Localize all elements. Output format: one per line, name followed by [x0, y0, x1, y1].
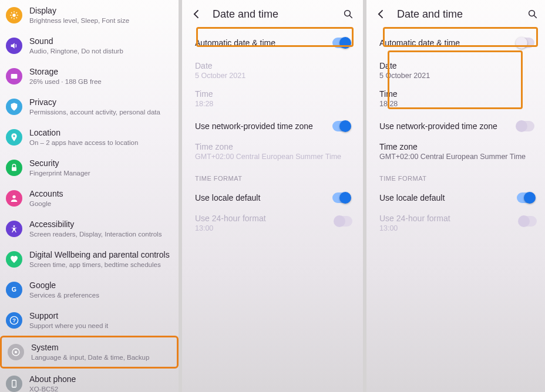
- settings-item-privacy[interactable]: PrivacyPermissions, account activity, pe…: [0, 92, 179, 122]
- settings-item-location[interactable]: LocationOn – 2 apps have access to locat…: [0, 122, 179, 153]
- settings-item-storage[interactable]: Storage26% used · 188 GB free: [0, 61, 179, 92]
- row-time-disabled: Time 18:28: [182, 86, 363, 114]
- row-locale-default[interactable]: Use locale default: [366, 185, 545, 210]
- auto-date-time-label: Automatic date & time: [379, 38, 517, 48]
- screen-title: Date and time: [213, 8, 342, 21]
- settings-item-title: Storage: [29, 66, 170, 77]
- row-time[interactable]: Time 18:28: [366, 86, 545, 114]
- settings-item-text: AccessibilityScreen readers, Display, In…: [29, 219, 170, 239]
- settings-item-title: Digital Wellbeing and parental controls: [29, 249, 170, 260]
- settings-item-title: System: [31, 342, 169, 353]
- settings-item-text: Storage26% used · 188 GB free: [29, 66, 170, 86]
- date-label: Date: [195, 61, 350, 70]
- svg-point-21: [345, 11, 351, 16]
- search-icon[interactable]: [526, 8, 539, 21]
- person-icon: [6, 190, 22, 207]
- svg-line-8: [16, 12, 17, 13]
- row-auto-date-time[interactable]: Automatic date & time: [371, 31, 543, 55]
- time-label: Time: [195, 89, 350, 99]
- back-icon[interactable]: [375, 8, 388, 21]
- settings-item-text: SecurityFingerprint Manager: [29, 158, 170, 178]
- svg-rect-11: [12, 167, 16, 171]
- settings-item-subtitle: Services & preferences: [29, 291, 170, 300]
- toggle-locale-default[interactable]: [517, 192, 534, 203]
- toggle-network-timezone[interactable]: [517, 121, 534, 131]
- a11y-icon: [6, 221, 22, 237]
- timezone-label: Time zone: [195, 142, 350, 151]
- row-date-disabled: Date 5 October 2021: [182, 58, 363, 86]
- settings-item-google[interactable]: GGoogleServices & preferences: [0, 275, 179, 305]
- appbar: Date and time: [366, 0, 545, 28]
- svg-point-13: [14, 225, 15, 227]
- timezone-label: Time zone: [379, 142, 534, 151]
- settings-item-text: About phoneXQ-BC52: [29, 374, 170, 392]
- row-use24-disabled: Use 24-hour format 13:00: [366, 210, 545, 238]
- svg-point-22: [529, 11, 535, 16]
- settings-item-text: DisplayBrightness level, Sleep, Font siz…: [29, 5, 170, 25]
- svg-line-5: [11, 12, 12, 13]
- use24-value: 13:00: [195, 224, 350, 232]
- screen-title: Date and time: [397, 8, 526, 21]
- appbar: Date and time: [182, 0, 363, 28]
- volume-icon: [6, 38, 22, 54]
- network-timezone-label: Use network-provided time zone: [379, 121, 517, 131]
- svg-line-7: [11, 18, 12, 18]
- row-use24-disabled: Use 24-hour format 13:00: [182, 210, 363, 238]
- toggle-auto-date-time[interactable]: [332, 38, 350, 48]
- shield-icon: [6, 99, 22, 115]
- settings-item-text: GoogleServices & preferences: [29, 280, 170, 300]
- lock-icon: [6, 160, 22, 176]
- settings-item-system[interactable]: SystemLanguage & input, Date & time, Bac…: [0, 336, 179, 369]
- settings-item-a11y[interactable]: AccessibilityScreen readers, Display, In…: [0, 214, 179, 244]
- settings-item-subtitle: On – 2 apps have access to location: [29, 138, 170, 147]
- settings-item-text: SoundAudio, Ringtone, Do not disturb: [29, 36, 170, 56]
- auto-date-time-label: Automatic date & time: [195, 38, 332, 48]
- row-timezone-disabled: Time zone GMT+02:00 Central European Sum…: [182, 138, 363, 167]
- toggle-locale-default[interactable]: [332, 192, 350, 203]
- toggle-auto-date-time[interactable]: [517, 38, 534, 48]
- settings-item-title: Sound: [29, 36, 170, 46]
- sun-icon: [6, 7, 22, 23]
- settings-item-sound[interactable]: SoundAudio, Ringtone, Do not disturb: [0, 31, 179, 61]
- back-icon[interactable]: [190, 8, 203, 21]
- settings-item-subtitle: Screen readers, Display, Interaction con…: [29, 230, 170, 239]
- heart-icon: [6, 251, 22, 268]
- use24-label: Use 24-hour format: [379, 214, 534, 223]
- settings-item-subtitle: 26% used · 188 GB free: [29, 77, 170, 86]
- row-network-timezone[interactable]: Use network-provided time zone: [182, 114, 363, 138]
- section-time-format: TIME FORMAT: [182, 167, 363, 185]
- settings-item-title: Location: [29, 127, 170, 138]
- toggle-use24-disabled: [519, 216, 537, 227]
- settings-item-security[interactable]: SecurityFingerprint Manager: [0, 153, 179, 183]
- settings-item-support[interactable]: ?SupportSupport where you need it: [0, 305, 179, 336]
- settings-item-text: AccountsGoogle: [29, 188, 170, 208]
- row-timezone[interactable]: Time zone GMT+02:00 Central European Sum…: [366, 138, 545, 167]
- svg-text:?: ?: [12, 317, 16, 323]
- settings-item-about[interactable]: About phoneXQ-BC52: [0, 369, 179, 392]
- svg-line-6: [16, 18, 17, 18]
- phone-icon: [6, 376, 22, 392]
- svg-point-20: [14, 386, 14, 386]
- locale-default-label: Use locale default: [195, 193, 332, 202]
- row-date[interactable]: Date 5 October 2021: [366, 58, 545, 86]
- svg-point-10: [13, 135, 15, 137]
- section-time-format: TIME FORMAT: [366, 167, 545, 185]
- svg-rect-9: [11, 74, 18, 79]
- settings-item-title: Security: [29, 158, 170, 168]
- help-icon: ?: [6, 312, 22, 329]
- row-locale-default[interactable]: Use locale default: [182, 185, 363, 210]
- settings-item-subtitle: Screen time, app timers, bedtime schedul…: [29, 261, 170, 269]
- toggle-network-timezone[interactable]: [332, 121, 350, 131]
- row-auto-date-time[interactable]: Automatic date & time: [187, 31, 358, 55]
- search-icon[interactable]: [342, 8, 355, 21]
- time-label: Time: [379, 89, 534, 99]
- settings-item-text: SystemLanguage & input, Date & time, Bac…: [31, 342, 169, 362]
- settings-item-subtitle: Brightness level, Sleep, Font size: [29, 16, 170, 25]
- svg-point-18: [15, 351, 17, 353]
- settings-item-subtitle: Support where you need it: [29, 322, 170, 330]
- settings-item-accounts[interactable]: AccountsGoogle: [0, 183, 179, 214]
- settings-item-display[interactable]: DisplayBrightness level, Sleep, Font siz…: [0, 0, 179, 31]
- row-network-timezone[interactable]: Use network-provided time zone: [366, 114, 545, 138]
- settings-item-wellbeing[interactable]: Digital Wellbeing and parental controlsS…: [0, 244, 179, 275]
- settings-item-text: PrivacyPermissions, account activity, pe…: [29, 97, 170, 117]
